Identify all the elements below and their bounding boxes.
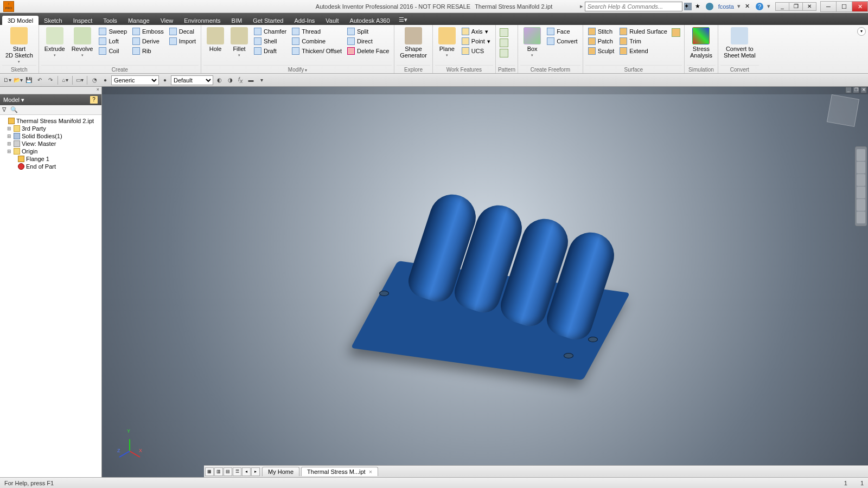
find-icon[interactable]: 🔍 [10,106,18,113]
home-button[interactable]: ⌂▾ [60,75,70,85]
parameters-fx[interactable]: fx [238,76,243,84]
tab-get-started[interactable]: Get Started [247,16,289,25]
help-icon[interactable]: ? [756,3,763,10]
tab-bim[interactable]: BIM [226,16,248,25]
import-button[interactable]: Import [168,37,197,46]
new-button[interactable]: 🗋▾ [2,75,12,85]
tab-my-home[interactable]: My Home [262,467,299,476]
tab-current-doc[interactable]: Thermal Stress M...ipt× [301,467,378,476]
sculpt-button[interactable]: Sculpt [586,47,616,55]
draft-button[interactable]: Draft [252,47,288,55]
tab-view[interactable]: View [155,16,179,25]
material-sphere-icon[interactable]: ● [100,75,110,85]
qat-extra-2[interactable]: ▾ [257,75,267,85]
patch-button[interactable]: Patch [586,37,616,46]
qat-extra-1[interactable]: ▬ [246,75,256,85]
tab-scroll-left[interactable]: ◂ [242,467,251,476]
tab-vault[interactable]: Vault [320,16,344,25]
appearance-sphere-icon[interactable]: ● [160,75,170,85]
browser-title[interactable]: Model ▾ [3,97,24,104]
orbit-icon[interactable] [857,187,865,198]
vp-close[interactable]: ✕ [860,87,867,93]
appearance-icon-1[interactable]: ◐ [214,75,224,85]
trim-button[interactable]: Trim [618,37,669,46]
redo-button[interactable]: ↷ [46,75,55,85]
stitch-button[interactable]: Stitch [586,27,616,36]
tab-3d-model[interactable]: 3D Model [2,16,39,25]
loft-button[interactable]: Loft [97,37,129,46]
user-icon[interactable] [706,3,713,10]
extend-button[interactable]: Extend [618,47,669,55]
point-button[interactable]: Point ▾ [460,37,492,46]
doc-close[interactable]: ✕ [802,2,816,11]
emboss-button[interactable]: Emboss [131,27,165,36]
tab-a360[interactable]: Autodesk A360 [344,16,395,25]
ruled-surface-button[interactable]: Ruled Surface [618,27,669,36]
axis-button[interactable]: Axis ▾ [460,27,492,36]
shell-button[interactable]: Shell [252,37,288,46]
appearance-icon-2[interactable]: ◑ [225,75,235,85]
navigation-bar[interactable] [855,146,867,226]
tab-layout-2[interactable]: ▥ [214,467,223,476]
maximize-button[interactable]: ☐ [836,1,852,12]
stress-analysis-button[interactable]: Stress Analysis [687,26,716,59]
convert-sheet-metal-button[interactable]: Convert to Sheet Metal [720,26,759,59]
tab-add-ins[interactable]: Add-Ins [289,16,320,25]
save-button[interactable]: 💾 [24,75,34,85]
undo-button[interactable]: ↶ [35,75,44,85]
tab-scroll-right[interactable]: ▸ [251,467,260,476]
close-tab-icon[interactable]: × [369,468,372,475]
decal-button[interactable]: Decal [168,27,197,36]
model-manifold[interactable] [349,169,621,375]
nav-extra-icon[interactable] [857,211,865,223]
revolve-button[interactable]: Revolve [68,26,97,59]
split-button[interactable]: Split [346,27,391,36]
3d-viewport[interactable]: _ ❐ ✕ Y X Z [102,87,868,477]
subscription-icon[interactable]: ✦ [684,3,692,10]
doc-restore[interactable]: ❐ [789,2,803,11]
fillet-button[interactable]: Fillet [227,26,251,59]
tab-layout-1[interactable]: ▦ [205,467,214,476]
ribbon-options-button[interactable]: ▾ [857,27,866,36]
box-button[interactable]: Box [520,26,544,59]
exchange-icon[interactable]: ✕ [745,3,752,10]
ucs-button[interactable]: UCS [460,47,492,55]
tab-sketch[interactable]: Sketch [39,16,68,25]
tab-layout-3[interactable]: ▤ [224,467,232,476]
thicken-button[interactable]: Thicken/ Offset [290,47,343,55]
rect-pattern-button[interactable] [500,28,508,37]
vp-maximize[interactable]: ❐ [853,87,859,93]
surface-extra-button[interactable] [672,28,680,37]
lookat-icon[interactable] [857,199,865,211]
vp-minimize[interactable]: _ [845,87,852,93]
circ-pattern-button[interactable] [500,38,508,47]
shape-generator-button[interactable]: Shape Generator [397,26,430,59]
hole-button[interactable]: Hole [203,26,227,52]
sweep-button[interactable]: Sweep [97,27,129,36]
select-button[interactable]: ▭▾ [75,75,85,85]
search-input[interactable] [585,2,682,11]
tab-tools[interactable]: Tools [98,16,123,25]
material-icon[interactable]: ◔ [90,75,99,85]
app-icon[interactable]: IPRO [3,1,14,12]
close-button[interactable]: ✕ [852,1,868,12]
model-tree[interactable]: Thermal Stress Manifold 2.ipt ⊞3rd Party… [0,115,101,477]
start-2d-sketch-button[interactable]: Start 2D Sketch [2,26,36,65]
delete-face-button[interactable]: Delete Face [346,47,391,55]
tab-manage[interactable]: Manage [123,16,155,25]
thread-button[interactable]: Thread [290,27,343,36]
nav-wheel-icon[interactable] [857,149,865,161]
tab-inspect[interactable]: Inspect [68,16,98,25]
browser-help[interactable]: ? [90,95,98,104]
tab-layout-4[interactable]: ☰ [233,467,241,476]
mirror-button[interactable] [500,49,508,57]
derive-button[interactable]: Derive [131,37,165,46]
user-name[interactable]: fcosta [718,3,734,10]
doc-minimize[interactable]: _ [775,2,789,11]
freeform-convert-button[interactable]: Convert [545,37,579,46]
minimize-button[interactable]: ─ [820,1,837,12]
direct-button[interactable]: Direct [346,37,391,46]
material-dropdown[interactable]: Generic [111,75,159,85]
tab-overflow[interactable]: ☰▾ [395,15,411,25]
plane-button[interactable]: Plane [435,26,459,59]
